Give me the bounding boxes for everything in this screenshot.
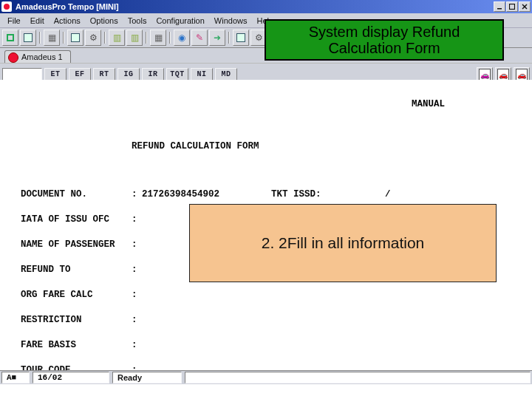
host-icon — [153, 33, 163, 43]
toolbar-btn-3[interactable] — [44, 30, 60, 46]
bottom-edge — [0, 384, 532, 399]
window-icon — [5, 33, 16, 43]
toolbar-btn-9[interactable] — [174, 30, 190, 46]
row-restriction: RESTRICTION: — [21, 314, 511, 327]
toolbar-sep — [144, 30, 149, 45]
status-code: 16/02 — [33, 372, 109, 383]
tab-amadeus-1[interactable]: Amadeus 1 — [4, 50, 71, 63]
toolbar-btn-6[interactable] — [109, 30, 125, 46]
row-org-fare-calc: ORG FARE CALC: — [21, 289, 511, 301]
tkt-issd-label: TKT ISSD: — [271, 188, 333, 201]
toolbar-btn-4[interactable] — [67, 30, 83, 46]
gear-icon — [88, 33, 98, 43]
menu-actions[interactable]: Actions — [50, 16, 85, 26]
row-fare-basis: FARE BASIS: — [21, 339, 511, 352]
toolbar-btn-5[interactable] — [85, 30, 101, 46]
titlebar[interactable]: AmadeusPro Tempo [MINI] — [0, 0, 532, 13]
callout-system-display: System display Refund Calculation Form — [265, 19, 504, 61]
close-button[interactable] — [519, 1, 531, 12]
manual-label: MANUAL — [21, 98, 511, 111]
minimize-button[interactable] — [494, 1, 505, 12]
toolbar-sep — [38, 30, 42, 45]
window-buttons — [494, 1, 531, 12]
toolbar-btn-10[interactable] — [191, 30, 208, 46]
tab-label: Amadeus 1 — [21, 52, 63, 61]
maximize-button[interactable] — [506, 1, 518, 12]
menu-edit[interactable]: Edit — [26, 16, 49, 26]
toolbar-btn-1[interactable] — [2, 30, 18, 46]
globe-icon — [177, 33, 187, 43]
status-spacer — [185, 372, 531, 383]
document-icon — [23, 33, 33, 43]
status-mode: A■ — [1, 372, 30, 383]
svg-rect-0 — [497, 8, 502, 10]
callout-fill-info: 2. 2Fill in all information — [189, 204, 497, 282]
toolbar-sep — [61, 30, 66, 45]
row-document-no: DOCUMENT NO.:21726398454902TKT ISSD:/ — [21, 188, 511, 201]
toolbar-btn-8[interactable] — [150, 30, 166, 46]
app-icon — [1, 1, 12, 12]
svg-rect-1 — [510, 4, 515, 10]
tab-icon — [8, 52, 18, 63]
page-icon — [47, 33, 57, 43]
brush-icon — [194, 33, 205, 43]
window-title: AmadeusPro Tempo [MINI] — [16, 2, 494, 11]
menu-file[interactable]: File — [3, 16, 25, 26]
toolbar-btn-12[interactable] — [233, 30, 249, 46]
form-title: REFUND CALCULATION FORM — [21, 140, 511, 153]
send-icon — [212, 33, 222, 43]
form-icon — [70, 33, 81, 43]
profile-icon — [236, 33, 246, 43]
app-window: AmadeusPro Tempo [MINI] File Edit Action… — [0, 0, 532, 399]
toolbar-btn-11[interactable] — [209, 30, 225, 46]
tkt-issd-value: / — [385, 189, 391, 200]
list-icon — [112, 33, 122, 43]
pref-icon — [253, 33, 264, 43]
toolbar-btn-7[interactable] — [126, 30, 143, 46]
status-state: Ready — [112, 372, 182, 383]
menu-configuration[interactable]: Configuration — [151, 16, 208, 26]
toolbar-sep — [227, 30, 231, 45]
toolbar-sep — [168, 30, 172, 45]
status-bar: A■ 16/02 Ready — [0, 370, 532, 384]
menu-tools[interactable]: Tools — [123, 16, 151, 26]
toolbar-sep — [103, 30, 107, 45]
menu-windows[interactable]: Windows — [210, 16, 252, 26]
toolbar-btn-2[interactable] — [20, 30, 36, 46]
menu-options[interactable]: Options — [86, 16, 123, 26]
grid-icon — [129, 33, 140, 43]
